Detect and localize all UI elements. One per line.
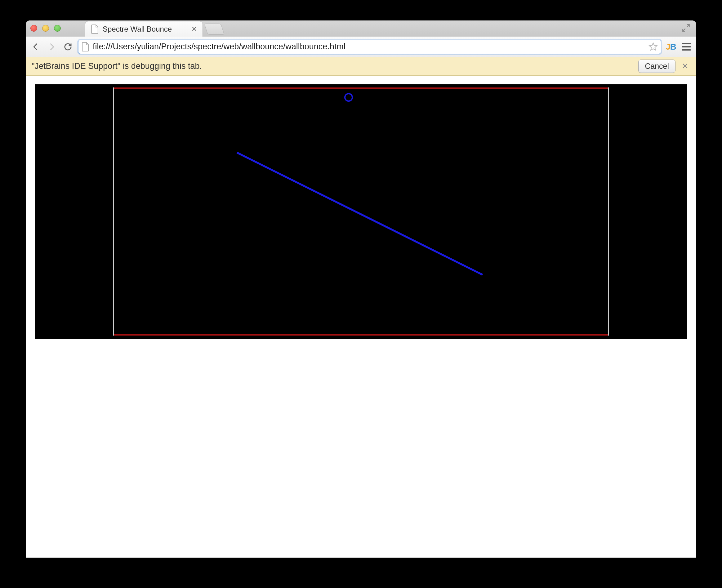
trajectory-line <box>237 152 483 275</box>
fullscreen-icon[interactable] <box>682 24 691 32</box>
debug-infobar: "JetBrains IDE Support" is debugging thi… <box>26 57 696 76</box>
browser-tab[interactable]: Spectre Wall Bounce ✕ <box>85 21 203 37</box>
page-icon <box>82 42 90 51</box>
jetbrains-extension-icon[interactable]: JB <box>665 42 676 52</box>
page-viewport <box>26 76 696 558</box>
address-bar[interactable] <box>78 40 661 54</box>
cancel-button[interactable]: Cancel <box>638 60 676 73</box>
bookmark-star-icon[interactable] <box>649 42 658 51</box>
file-icon <box>91 24 99 34</box>
ball <box>345 94 352 101</box>
tabstrip: Spectre Wall Bounce ✕ <box>26 20 696 37</box>
zoom-window-button[interactable] <box>54 25 61 31</box>
back-button[interactable] <box>30 41 42 53</box>
minimize-window-button[interactable] <box>42 25 49 31</box>
close-infobar-button[interactable]: ✕ <box>680 60 691 72</box>
reload-button[interactable] <box>62 41 74 53</box>
new-tab-button[interactable] <box>204 24 225 35</box>
game-canvas[interactable] <box>35 84 687 339</box>
infobar-message: "JetBrains IDE Support" is debugging thi… <box>31 61 634 71</box>
forward-button[interactable] <box>46 41 58 53</box>
browser-window: Spectre Wall Bounce ✕ <box>26 20 696 558</box>
close-window-button[interactable] <box>30 25 37 31</box>
toolbar: JB <box>26 37 696 57</box>
url-input[interactable] <box>93 42 645 51</box>
tab-title: Spectre Wall Bounce <box>103 25 188 34</box>
window-controls <box>30 25 61 31</box>
close-tab-button[interactable]: ✕ <box>191 25 197 33</box>
chrome-menu-button[interactable] <box>680 41 692 53</box>
